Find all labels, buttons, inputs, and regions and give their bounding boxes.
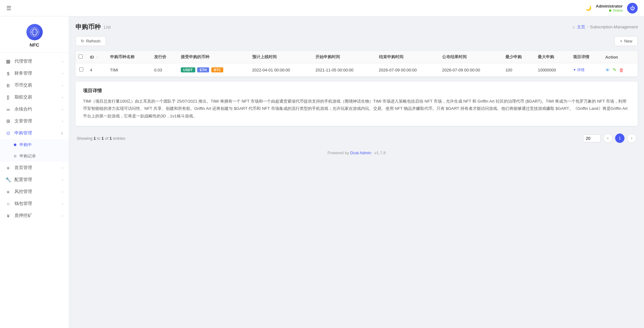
select-all-checkbox[interactable] [79,54,83,59]
sidebar-item-perpetual[interactable]: ∞永续合约 ‹ [0,103,69,115]
coin-trade-arrow: ‹ [62,83,63,87]
breadcrumb: ⌂ 主页 / Subscription-Management [573,24,638,30]
submenu-item-history[interactable]: 申购记录 [0,150,69,162]
moon-icon[interactable]: 🌙 [585,5,591,11]
prev-page-button[interactable]: ‹ [603,133,613,143]
risk-icon: ≡ [5,189,11,195]
new-button[interactable]: + New [614,36,638,46]
page-1-button[interactable]: 1 [615,133,625,143]
refresh-icon: ↻ [81,39,84,43]
homepage-arrow: ‹ [62,166,63,170]
sidebar-item-wallet[interactable]: ○钱包管理 ‹ [0,198,69,210]
refresh-button[interactable]: ↻ Refresh [75,36,106,46]
cell-end-time: 2026-07-09 00:00:00 [376,63,439,77]
toolbar-right: + New [614,36,638,46]
options-arrow: ‹ [62,95,63,99]
main-content: 申购币种 List ⌂ 主页 / Subscription-Management… [69,16,644,328]
breadcrumb-home-link[interactable]: 主页 [577,24,585,30]
staking-arrow: ‹ [62,214,63,218]
data-table: ID ↑ 申购币种名称 发行价 接受申购的币种 预计上线时间 开始申购时间 结束… [75,51,638,76]
th-detail: 项目详情 [570,51,602,63]
th-name: 申购币种名称 [107,51,151,63]
homepage-icon: ≡ [5,165,11,171]
tag-btc: BTC [211,67,224,72]
articles-arrow: ‹ [62,119,63,123]
sidebar-item-staking[interactable]: ¥质押挖矿 ‹ [0,210,69,222]
submenu-item-active[interactable]: 申购中 [0,139,69,150]
th-accepted: 接受申购的币种 [178,51,249,63]
breadcrumb-home-icon: ⌂ [573,25,575,29]
config-icon: 🔧 [5,177,11,183]
perpetual-icon: ∞ [5,107,11,112]
edit-icon[interactable]: ✎ [613,67,617,73]
risk-arrow: ‹ [62,190,63,194]
sidebar-item-agent[interactable]: ▦代理管理 ‹ [0,55,69,67]
table-card: ID ↑ 申购币种名称 发行价 接受申购的币种 预计上线时间 开始申购时间 结束… [75,51,638,76]
logo-area: NFC [0,16,69,53]
wallet-arrow: ‹ [62,202,63,206]
project-detail-box: 项目详情 TIMI（项目总发行量100亿）由土耳其的一个团队于 25/07/20… [75,82,638,126]
sub-active-dot [14,144,16,146]
sidebar-item-config[interactable]: 🔧配置管理 ‹ [0,174,69,186]
sidebar-item-options[interactable]: ₿期权交易 ‹ [0,91,69,103]
sidebar-item-articles[interactable]: ⊞文章管理 ‹ [0,115,69,127]
breadcrumb-separator: / [587,25,588,29]
page-size-select[interactable]: 20 10 50 100 [583,134,601,142]
th-id: ID ↑ [87,51,107,63]
page-subtitle: List [104,25,111,30]
config-arrow: ‹ [62,178,63,182]
showing-text: Showing 1 to 1 of 1 entries [77,136,125,141]
detail-link[interactable]: ✦ 详情 [573,68,585,72]
options-icon: ₿ [5,95,11,100]
sidebar: NFC ▦代理管理 ‹ $财务管理 ‹ B币币交易 ‹ ₿期权交易 ‹ [0,16,69,328]
row-checkbox[interactable] [79,67,83,71]
staking-icon: ¥ [5,213,11,218]
cell-accepted: USDT ETH BTC [178,63,249,77]
hamburger-icon[interactable]: ☰ [6,5,11,12]
agent-arrow: ‹ [62,59,63,63]
delete-icon[interactable]: 🗑 [619,67,624,73]
sort-icon[interactable]: ↑ [96,56,98,59]
subscription-arrow: ∨ [61,131,63,135]
cell-detail[interactable]: ✦ 详情 [570,63,602,77]
articles-icon: ⊞ [5,118,11,124]
th-start-time: 开始申购时间 [312,51,375,63]
top-header: ☰ 🌙 Administrator Online ⏻ [0,0,644,16]
sidebar-item-finance[interactable]: $财务管理 ‹ [0,67,69,79]
page-title-area: 申购币种 List [75,23,111,31]
toolbar: ↻ Refresh + New [75,36,638,46]
cell-launch-time: 2022-04-01 00:00:00 [249,63,312,77]
breadcrumb-current: Subscription-Management [590,25,638,29]
cell-min-sub: 100 [502,63,535,77]
table-row: 4 TIMI 0.03 USDT ETH BTC 2022-04-01 00:0… [75,63,638,77]
th-end-time: 结束申购时间 [376,51,439,63]
th-select-all[interactable] [75,51,87,63]
footer: Powered by Dcat Admin · v1.7.8 [75,145,638,160]
cell-id: 4 [87,63,107,77]
cell-result-time: 2026-07-09 00:00:00 [439,63,502,77]
user-name: Administrator [596,4,623,8]
footer-brand-link[interactable]: Dcat Admin [350,150,371,155]
detail-text: TIMI（项目总发行量100亿）由土耳其的一个团队于 25/07/2021 推出… [83,98,630,120]
sidebar-item-coin-trade[interactable]: B币币交易 ‹ [0,79,69,91]
th-price: 发行价 [151,51,177,63]
th-launch-time: 预计上线时间 [249,51,312,63]
cell-start-time: 2021-11-05 00:00:00 [312,63,375,77]
sidebar-item-subscription[interactable]: ⊙申购管理 ∨ [0,127,69,139]
user-status: Online [596,8,623,12]
header-right: 🌙 Administrator Online ⏻ [585,3,638,14]
sidebar-item-risk[interactable]: ≡风控管理 ‹ [0,186,69,198]
row-checkbox-cell[interactable] [75,63,87,77]
sidebar-item-homepage[interactable]: ≡首页管理 ‹ [0,162,69,174]
perpetual-arrow: ‹ [62,107,63,111]
cell-max-sub: 10000000 [535,63,569,77]
sub-history-dot [14,155,16,157]
action-icons: 👁 ✎ 🗑 [605,67,635,73]
page-1-label: 1 [619,136,621,140]
detail-box-title: 项目详情 [83,88,630,94]
plus-icon: + [620,39,622,43]
view-icon[interactable]: 👁 [605,67,610,73]
power-button[interactable]: ⏻ [627,3,638,14]
user-info: Administrator Online [596,4,623,12]
next-page-button[interactable]: › [627,133,636,143]
